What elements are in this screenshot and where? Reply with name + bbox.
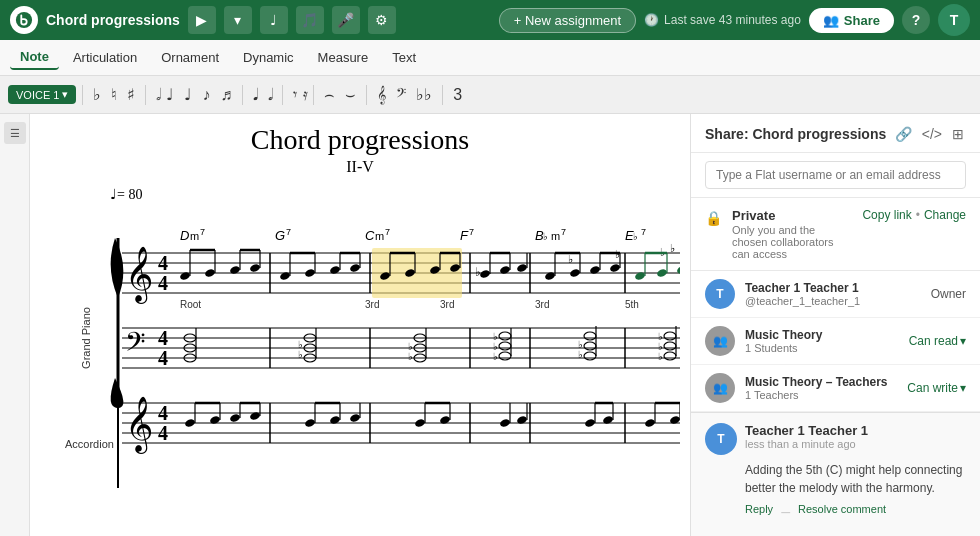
user-avatar[interactable]: T — [938, 4, 970, 36]
svg-text:5th: 5th — [625, 299, 639, 310]
tab-text[interactable]: Text — [382, 46, 426, 69]
svg-text:m: m — [551, 230, 560, 242]
sharp-symbol[interactable]: ♯ — [123, 83, 139, 106]
comment-section: T Teacher 1 Teacher 1 less than a minute… — [691, 412, 980, 536]
sixteenth-note[interactable]: ♬ — [216, 84, 236, 106]
eighth-rest[interactable]: 𝄾 — [289, 84, 297, 106]
quarter-note[interactable]: ♩ — [180, 83, 196, 106]
privacy-row: 🔒 Private Only you and the chosen collab… — [691, 198, 980, 271]
collaborator-avatar: T — [705, 279, 735, 309]
svg-text:7: 7 — [469, 227, 474, 237]
tab-measure[interactable]: Measure — [308, 46, 379, 69]
svg-text:4: 4 — [158, 422, 168, 444]
comment-time: less than a minute ago — [745, 438, 966, 450]
separator — [442, 85, 443, 105]
share-app-icon[interactable]: ⊞ — [950, 124, 966, 144]
svg-point-137 — [664, 352, 676, 360]
separator — [313, 85, 314, 105]
dotted-half[interactable]: 𝅗𝅥. — [264, 84, 276, 106]
copy-link-button[interactable]: Copy link — [862, 208, 911, 222]
svg-point-183 — [499, 418, 511, 428]
privacy-label: Private — [732, 208, 852, 223]
svg-text:m: m — [375, 230, 384, 242]
eighth-note[interactable]: ♪ — [198, 84, 214, 106]
collaborator-handle: @teacher_1_teacher_1 — [745, 295, 921, 307]
treble-clef[interactable]: 𝄞 — [373, 84, 390, 106]
collaborator-permission[interactable]: Can write ▾ — [907, 381, 966, 395]
slur-icon[interactable]: ⌢ — [320, 84, 339, 106]
tab-dynamic[interactable]: Dynamic — [233, 46, 304, 69]
help-button[interactable]: ? — [902, 6, 930, 34]
svg-text:4: 4 — [158, 252, 168, 274]
tempo-marking: ♩= 80 — [110, 186, 670, 203]
dotted-note[interactable]: 𝅘𝅥. — [249, 84, 261, 106]
svg-text:4: 4 — [158, 402, 168, 424]
svg-text:3rd: 3rd — [365, 299, 379, 310]
svg-text:Root: Root — [180, 299, 201, 310]
tie-icon[interactable]: ⌣ — [341, 84, 360, 106]
svg-text:♭: ♭ — [658, 351, 663, 362]
svg-text:♭: ♭ — [408, 341, 413, 352]
natural-symbol[interactable]: ♮ — [107, 83, 121, 106]
svg-text:𝄢: 𝄢 — [125, 327, 146, 363]
svg-text:♭: ♭ — [578, 349, 583, 360]
settings-icon-button[interactable]: ⚙ — [368, 6, 396, 34]
svg-text:♭: ♭ — [298, 339, 303, 350]
svg-point-78 — [609, 263, 621, 273]
play-button[interactable]: ▶ — [188, 6, 216, 34]
svg-text:7: 7 — [200, 227, 205, 237]
tab-ornament[interactable]: Ornament — [151, 46, 229, 69]
share-code-icon[interactable]: </> — [920, 124, 944, 144]
flat-logo[interactable] — [10, 6, 38, 34]
microphone-button[interactable]: 🎤 — [332, 6, 360, 34]
share-button[interactable]: 👥 Share — [809, 8, 894, 33]
triplet[interactable]: 3 — [449, 84, 466, 106]
collaborator-name: Music Theory – Teachers — [745, 375, 897, 389]
svg-text:7: 7 — [385, 227, 390, 237]
svg-text:♭: ♭ — [408, 351, 413, 362]
bass-clef[interactable]: 𝄢 — [392, 84, 410, 106]
half-note[interactable]: ♩ — [162, 83, 178, 106]
resolve-comment-button[interactable]: Resolve comment — [798, 503, 886, 521]
change-privacy-button[interactable]: Change — [924, 208, 966, 222]
svg-text:♭: ♭ — [670, 242, 675, 254]
separator — [145, 85, 146, 105]
share-email-input[interactable] — [705, 161, 966, 189]
svg-text:♭: ♭ — [578, 339, 583, 350]
tab-articulation[interactable]: Articulation — [63, 46, 147, 69]
dropdown-button[interactable]: ▾ — [224, 6, 252, 34]
metronome-button[interactable]: ♩ — [260, 6, 288, 34]
share-panel: Share: Chord progressions 🔗 </> ⊞ 🔒 Priv… — [690, 114, 980, 536]
voice-selector[interactable]: VOICE 1 ▾ — [8, 85, 76, 104]
svg-point-124 — [499, 352, 511, 360]
svg-text:♭: ♭ — [568, 253, 573, 265]
audio-button[interactable]: 🎵 — [296, 6, 324, 34]
quarter-rest[interactable]: 𝄿 — [299, 84, 307, 106]
lock-icon: 🔒 — [705, 210, 722, 226]
share-link-icon[interactable]: 🔗 — [893, 124, 914, 144]
sidebar-panel-toggle[interactable]: ☰ — [4, 122, 26, 144]
svg-text:♭: ♭ — [658, 331, 663, 342]
svg-text:𝄞: 𝄞 — [125, 246, 153, 304]
svg-text:𝄞: 𝄞 — [125, 396, 153, 454]
svg-point-30 — [204, 268, 216, 278]
reply-button[interactable]: Reply — [745, 503, 773, 521]
collaborator-row: 👥 Music Theory 1 Students Can read ▾ — [691, 318, 980, 365]
score-title: Chord progressions — [50, 124, 670, 156]
key-sig[interactable]: ♭♭ — [412, 83, 436, 106]
collaborator-avatar: 👥 — [705, 326, 735, 356]
collaborator-permission[interactable]: Can read ▾ — [909, 334, 966, 348]
collaborator-name: Music Theory — [745, 328, 899, 342]
collaborator-name: Teacher 1 Teacher 1 — [745, 281, 921, 295]
collaborator-avatar: 👥 — [705, 373, 735, 403]
svg-text:4: 4 — [158, 347, 168, 369]
svg-text:Accordion: Accordion — [65, 438, 114, 450]
tab-note[interactable]: Note — [10, 45, 59, 70]
svg-text:7: 7 — [286, 227, 291, 237]
svg-point-73 — [569, 268, 581, 278]
new-assignment-button[interactable]: + New assignment — [499, 8, 636, 33]
whole-note[interactable]: 𝅗𝅥 — [152, 84, 160, 106]
flat-symbol[interactable]: ♭ — [89, 83, 105, 106]
left-sidebar: ☰ — [0, 114, 30, 536]
svg-point-83 — [656, 268, 668, 278]
